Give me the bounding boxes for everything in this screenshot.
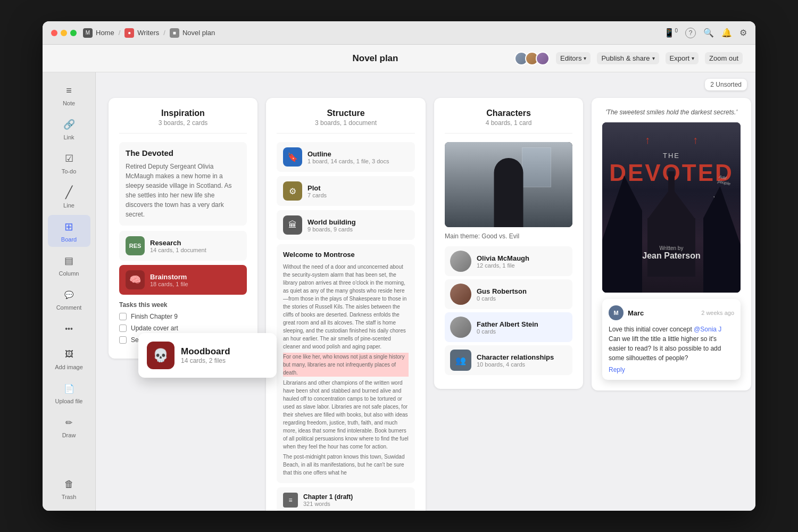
zoom-button[interactable]: Zoom out xyxy=(705,52,743,64)
comment-header: M Marc 2 weeks ago xyxy=(609,305,734,320)
group-icon: 👥 xyxy=(450,350,471,371)
sidebar-label-trash: Trash xyxy=(62,494,77,500)
sidebar-item-todo[interactable]: ☑ To-do xyxy=(48,147,90,179)
task-1[interactable]: Finish Chapter 9 xyxy=(119,313,247,320)
father-avatar xyxy=(450,317,471,338)
research-item[interactable]: RES Research 14 cards, 1 document xyxy=(119,231,247,261)
moodboard-title: Moodboard xyxy=(181,346,230,357)
unsorted-badge: 2 Unsorted xyxy=(705,79,747,90)
father-sub: 0 cards xyxy=(477,328,538,335)
devoted-text: Retired Deputy Sergeant Olivia McMaugh m… xyxy=(126,162,240,219)
breadcrumb-home[interactable]: M Home xyxy=(83,28,114,38)
sidebar-item-column[interactable]: ▤ Column xyxy=(48,249,90,281)
sidebar-item-board[interactable]: ⊞ Board xyxy=(48,215,90,247)
brainstorm-title: Brainstorm xyxy=(150,273,188,281)
sidebar-label-column: Column xyxy=(59,270,79,277)
task-label-1: Finish Chapter 9 xyxy=(131,313,178,320)
comment-time: 2 weeks ago xyxy=(701,310,734,316)
sidebar-item-add-image[interactable]: 🖼 Add image xyxy=(48,343,90,375)
outline-item[interactable]: 🔖 Outline 1 board, 14 cards, 1 file, 3 d… xyxy=(277,142,415,172)
chapter-info: Chapter 1 (draft) 321 words xyxy=(303,493,353,507)
character-father[interactable]: Father Albert Stein 0 cards xyxy=(445,312,572,342)
column-icon: ▤ xyxy=(62,253,77,268)
task-checkbox-3[interactable] xyxy=(119,336,127,344)
breadcrumb-novel[interactable]: ■ Novel plan xyxy=(170,28,215,38)
sidebar-item-trash[interactable]: 🗑 Trash xyxy=(48,472,90,504)
minimize-button[interactable] xyxy=(61,30,67,36)
editors-button[interactable]: Editors ▾ xyxy=(556,52,591,64)
welcome-text-2: Librarians and other champions of the wr… xyxy=(283,379,409,451)
worldbuilding-item[interactable]: 🏛 World building 9 boards, 9 cards xyxy=(277,210,415,240)
written-by-label: Written by xyxy=(642,245,700,251)
worldbuilding-info: World building 9 boards, 9 cards xyxy=(307,218,356,232)
help-icon[interactable]: ? xyxy=(685,28,696,38)
worldbuilding-sub: 9 boards, 9 cards xyxy=(307,226,356,232)
task-checkbox-1[interactable] xyxy=(119,313,127,320)
search-icon[interactable]: 🔍 xyxy=(703,28,714,38)
bell-icon[interactable]: 🔔 xyxy=(721,28,732,38)
character-theme: Main theme: Good vs. Evil xyxy=(445,232,572,240)
plot-item[interactable]: ⚙ Plot 7 cards xyxy=(277,176,415,206)
research-info: Research 14 cards, 1 document xyxy=(150,239,206,253)
character-relationships[interactable]: 👥 Character relationships 10 boards, 4 c… xyxy=(445,345,572,375)
devoted-card[interactable]: The Devoted Retired Deputy Sergeant Oliv… xyxy=(119,142,247,226)
chapter-sub: 321 words xyxy=(303,501,353,507)
outline-icon: 🔖 xyxy=(283,147,302,167)
chapter-item[interactable]: ≡ Chapter 1 (draft) 321 words xyxy=(277,487,415,511)
moodboard-subtitle: 14 cards, 2 files xyxy=(181,357,230,364)
collaborator-avatars xyxy=(514,52,550,65)
task-checkbox-2[interactable] xyxy=(119,325,127,332)
sidebar-item-draw[interactable]: ✏ Draw xyxy=(48,411,90,443)
sidebar-label-link: Link xyxy=(63,134,74,140)
sidebar-item-line[interactable]: ╱ Line xyxy=(48,181,90,213)
welcome-text-1: Without the need of a door and unconcern… xyxy=(283,263,409,351)
titlebar-actions: 📱0 ? 🔍 🔔 ⚙ xyxy=(664,28,747,38)
welcome-text-3: The post-midnight patron knows this town… xyxy=(283,453,409,477)
editors-chevron: ▾ xyxy=(584,55,586,61)
brainstorm-sub: 18 cards, 1 file xyxy=(150,281,188,287)
character-gus[interactable]: Gus Robertson 0 cards xyxy=(445,279,572,309)
moodboard-popup[interactable]: 💀 Moodboard 14 cards, 2 files xyxy=(138,333,277,378)
settings-icon[interactable]: ⚙ xyxy=(739,28,747,38)
characters-header: Characters 4 boards, 1 card xyxy=(445,109,572,134)
brainstorm-item[interactable]: 🧠 Brainstorm 18 cards, 1 file xyxy=(119,265,247,295)
device-icon[interactable]: 📱0 xyxy=(664,28,678,38)
author-name: Jean Paterson xyxy=(642,251,700,261)
cover-board: 'The sweetest smiles hold the darkest se… xyxy=(592,98,751,390)
home-icon: M xyxy=(83,28,93,38)
reply-button[interactable]: Reply xyxy=(609,366,734,373)
outline-sub: 1 board, 14 cards, 1 file, 3 docs xyxy=(307,158,389,164)
content-area: 2 Unsorted 💀 Moodboard 14 cards, 2 files… xyxy=(96,72,755,511)
comment-author-name: Marc xyxy=(628,309,644,317)
breadcrumb-writers[interactable]: ● Writers xyxy=(124,28,159,38)
moodboard-icon: 💀 xyxy=(147,342,174,369)
task-label-2: Update cover art xyxy=(131,325,178,332)
sidebar-label-board: Board xyxy=(61,236,77,243)
worldbuilding-title: World building xyxy=(307,218,356,226)
add-image-icon: 🖼 xyxy=(62,347,77,362)
character-olivia[interactable]: Olivia McMaugh 12 cards, 1 file xyxy=(445,246,572,276)
link-icon: 🔗 xyxy=(62,117,77,132)
sidebar-item-more[interactable]: ••• xyxy=(48,317,90,340)
more-icon: ••• xyxy=(62,321,77,336)
book-cover: ↑ ↑ THE DEVOTED Addpeople ↙ xyxy=(602,122,741,293)
close-button[interactable] xyxy=(51,30,57,36)
writers-icon: ● xyxy=(124,28,134,38)
inspiration-title: Inspiration xyxy=(119,109,247,118)
comment-author-avatar: M xyxy=(609,305,624,320)
export-button[interactable]: Export ▾ xyxy=(666,52,699,64)
sidebar-item-note[interactable]: ≡ Note xyxy=(48,79,90,111)
task-2[interactable]: Update cover art xyxy=(119,325,247,332)
sidebar-item-link[interactable]: 🔗 Link xyxy=(48,113,90,145)
gus-sub: 0 cards xyxy=(477,295,527,302)
plot-title: Plot xyxy=(307,184,327,192)
research-badge: RES xyxy=(126,236,145,255)
gus-avatar xyxy=(450,284,471,305)
publish-button[interactable]: Publish & share ▾ xyxy=(597,52,659,64)
maximize-button[interactable] xyxy=(70,30,77,36)
sidebar-item-upload[interactable]: 📄 Upload file xyxy=(48,377,90,409)
characters-subtitle: 4 boards, 1 card xyxy=(445,119,572,127)
cover-quote: 'The sweetest smiles hold the darkest se… xyxy=(602,109,741,116)
welcome-card[interactable]: Welcome to Montrose Without the need of … xyxy=(277,244,415,483)
sidebar-item-comment[interactable]: 💬 Comment xyxy=(48,283,90,315)
